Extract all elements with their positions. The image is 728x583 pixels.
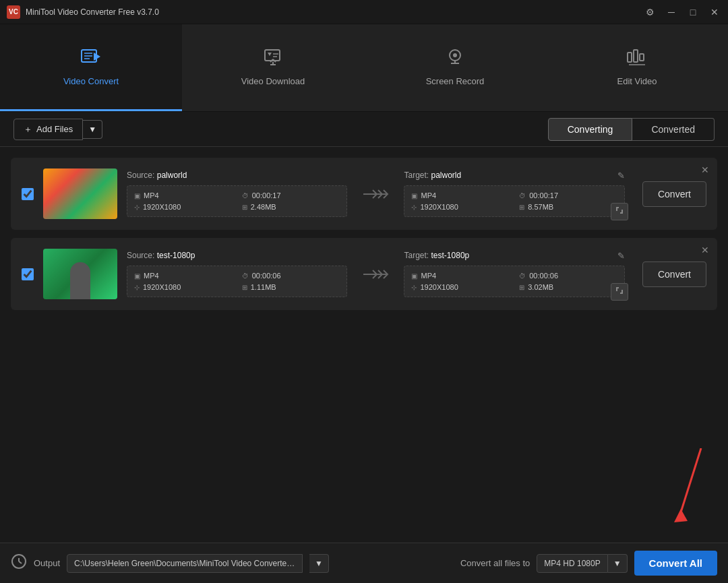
output-path-input[interactable] [67, 554, 303, 573]
target2-duration-icon: ⏱ [519, 272, 526, 280]
convert-all-button[interactable]: Convert All [634, 551, 717, 576]
card1-target-resolution: ⊹ 1920X1080 [411, 203, 510, 211]
target2-format-icon: ▣ [411, 272, 417, 280]
window-controls: ⚙ ─ □ ✕ [643, 5, 721, 19]
nav-bar: Video Convert Video Download [0, 24, 728, 112]
card2-target-name: test-1080p [431, 251, 470, 260]
close-button[interactable]: ✕ [708, 5, 721, 19]
output-path-dropdown[interactable]: ▼ [309, 554, 329, 573]
main-content: Source: palworld ▣ MP4 ⏱ 00:00:17 ⊹ 1920… [0, 147, 728, 543]
card2-source-duration: ⏱ 00:00:06 [242, 272, 340, 280]
card2-thumbnail [43, 249, 117, 299]
card1-checkbox[interactable] [22, 188, 34, 200]
card2-checkbox[interactable] [22, 268, 34, 280]
converting-tab[interactable]: Converting [548, 118, 633, 141]
settings-button[interactable]: ⚙ [643, 5, 657, 19]
duration-icon: ⏱ [242, 192, 249, 200]
svg-rect-17 [628, 53, 632, 62]
card1-source-size: ⊞ 2.48MB [242, 203, 340, 211]
card1-target-duration: ⏱ 00:00:17 [519, 191, 617, 200]
app-title: MiniTool Video Converter Free v3.7.0 [26, 7, 638, 17]
target2-resolution-icon: ⊹ [411, 284, 417, 291]
screen-record-icon [444, 47, 466, 71]
card1-source-name: palworld [157, 171, 187, 180]
card1-target: ✎ Target: palworld ▣ MP4 ⏱ 00:00:17 ⊹ [404, 171, 624, 217]
tab-video-convert-label: Video Convert [63, 76, 119, 86]
tab-video-download[interactable]: Video Download [182, 24, 364, 111]
resolution-icon: ⊹ [134, 204, 140, 211]
minimize-button[interactable]: ─ [665, 5, 678, 19]
card2-source-size: ⊞ 1.11MB [242, 283, 340, 291]
target-format-icon: ▣ [411, 192, 417, 200]
target-resolution-icon: ⊹ [411, 204, 417, 211]
video-download-icon [262, 47, 284, 71]
card1-target-format: ▣ MP4 [411, 191, 510, 200]
duration2-icon: ⏱ [242, 272, 249, 280]
card1-thumbnail [43, 168, 117, 219]
video-card-1: Source: palworld ▣ MP4 ⏱ 00:00:17 ⊹ 1920… [11, 158, 717, 230]
format-select[interactable]: MP4 HD 1080P [537, 554, 607, 573]
converted-tab[interactable]: Converted [632, 118, 715, 141]
toolbar: ＋ Add Files ▼ Converting Converted [0, 112, 728, 147]
svg-rect-18 [634, 50, 638, 62]
card2-source-resolution: ⊹ 1920X1080 [134, 283, 233, 291]
add-files-group: ＋ Add Files ▼ [13, 119, 102, 140]
card1-close-button[interactable]: ✕ [701, 164, 709, 175]
svg-line-12 [273, 59, 276, 62]
format2-icon: ▣ [134, 272, 140, 280]
output-label: Output [34, 558, 60, 568]
edit-video-icon [626, 47, 648, 71]
card2-source-format: ▣ MP4 [134, 272, 233, 280]
tab-video-download-label: Video Download [241, 76, 305, 86]
arrow2-icon [354, 266, 397, 282]
add-files-button[interactable]: ＋ Add Files [13, 119, 83, 140]
card2-target-edit-icon[interactable]: ✎ [617, 251, 625, 261]
resolution2-icon: ⊹ [134, 284, 140, 291]
clock-icon [11, 553, 27, 573]
tab-edit-video[interactable]: Edit Video [546, 24, 728, 111]
card2-target-size: ⊞ 3.02MB [519, 283, 617, 291]
svg-line-25 [19, 561, 22, 563]
format-select-arrow[interactable]: ▼ [608, 554, 628, 573]
card1-crop-icon[interactable] [611, 203, 628, 220]
card2-close-button[interactable]: ✕ [701, 245, 709, 255]
video-card-2: Source: test-1080p ▣ MP4 ⏱ 00:00:06 ⊹ 19… [11, 238, 717, 310]
add-icon: ＋ [24, 123, 32, 135]
card1-target-edit-icon[interactable]: ✎ [617, 171, 625, 181]
card1-convert-button[interactable]: Convert [642, 181, 706, 207]
tab-screen-record-label: Screen Record [426, 76, 485, 86]
card2-source-name: test-1080p [157, 251, 195, 260]
card1-source-duration: ⏱ 00:00:17 [242, 191, 340, 200]
card2-crop-icon[interactable] [611, 283, 628, 301]
card1-source-format: ▣ MP4 [134, 191, 233, 200]
card2-file-info: Source: test-1080p ▣ MP4 ⏱ 00:00:06 ⊹ 19… [127, 251, 625, 297]
title-bar: VC MiniTool Video Converter Free v3.7.0 … [0, 0, 728, 24]
card1-source-label: Source: palworld [127, 171, 347, 180]
card2-target: ✎ Target: test-1080p ▣ MP4 ⏱ 00:00:06 ⊹ [404, 251, 624, 297]
card1-file-info: Source: palworld ▣ MP4 ⏱ 00:00:17 ⊹ 1920… [127, 171, 625, 217]
card1-source-grid: ▣ MP4 ⏱ 00:00:17 ⊹ 1920X1080 ⊞ 2.48MB [127, 185, 347, 217]
size-icon: ⊞ [242, 204, 247, 211]
card2-target-duration: ⏱ 00:00:06 [519, 272, 617, 280]
person-silhouette [70, 262, 90, 299]
app-logo: VC [7, 5, 20, 19]
target-size-icon: ⊞ [519, 204, 524, 211]
card2-source: Source: test-1080p ▣ MP4 ⏱ 00:00:06 ⊹ 19… [127, 251, 347, 297]
maximize-button[interactable]: □ [686, 5, 700, 19]
card1-target-name: palworld [431, 171, 462, 180]
card1-target-grid: ▣ MP4 ⏱ 00:00:17 ⊹ 1920X1080 ⊞ 8.57MB [404, 185, 624, 217]
arrow-icon [354, 186, 397, 202]
convert-all-files-label: Convert all files to [460, 558, 530, 568]
forest-thumbnail-image [43, 249, 117, 299]
svg-marker-6 [268, 53, 272, 56]
target-duration-icon: ⏱ [519, 192, 526, 200]
svg-rect-19 [640, 54, 644, 61]
content-tabs: Converting Converted [548, 118, 715, 141]
add-files-dropdown-button[interactable]: ▼ [83, 120, 102, 139]
tab-edit-video-label: Edit Video [617, 76, 657, 86]
video-convert-icon [80, 47, 102, 71]
card2-convert-button[interactable]: Convert [642, 262, 706, 287]
tab-screen-record[interactable]: Screen Record [364, 24, 546, 111]
tab-video-convert[interactable]: Video Convert [0, 24, 182, 111]
bottom-bar: Output ▼ Convert all files to MP4 HD 108… [0, 543, 728, 583]
